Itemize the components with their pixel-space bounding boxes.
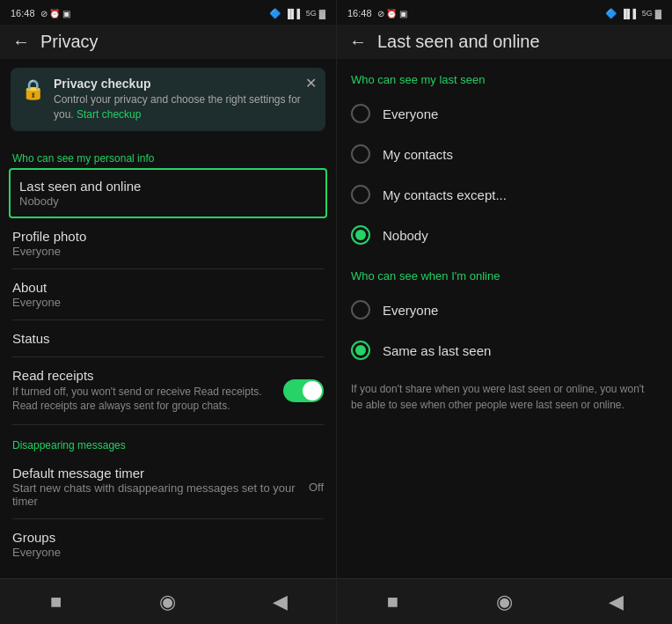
content-area-right: Who can see my last seen Everyone My con… [337,59,672,578]
online-section-header: Who can see when I'm online [337,255,672,290]
radio-circle-same [351,341,370,360]
left-screen: 16:48 ⊘ ⏰ ▣ 🔷 ▐▌▌ 5G ▓ ← Privacy 🔒 Priva… [0,0,336,624]
nav-square-left[interactable]: ■ [42,588,70,616]
banner-content: Privacy checkup Control your privacy and… [54,77,315,122]
default-timer-value: Off [309,481,324,494]
radio-label-everyone-online: Everyone [383,303,438,318]
page-title-right: Last seen and online [377,32,540,52]
groups-title: Groups [12,530,61,545]
about-title: About [12,280,61,295]
back-button-left[interactable]: ← [12,32,30,52]
radio-label-my-contacts: My contacts [383,147,453,162]
radio-everyone-online[interactable]: Everyone [337,290,672,330]
default-timer-desc: Start new chats with disappearing messag… [12,481,309,508]
time-right: 16:48 [347,8,372,18]
groups-subtitle: Everyone [12,546,61,559]
radio-inner-same [355,345,366,356]
read-receipts-item[interactable]: Read receipts If turned off, you won't s… [0,357,336,425]
radio-everyone-last-seen[interactable]: Everyone [337,93,672,134]
status-bar-right: 16:48 ⊘ ⏰ ▣ 🔷 ▐▌▌ 5G ▓ [337,0,672,25]
radio-circle-my-contacts [351,144,370,164]
about-subtitle: Everyone [12,296,61,309]
default-timer-title: Default message timer [12,466,309,481]
default-timer-item[interactable]: Default message timer Start new chats wi… [0,455,336,518]
radio-label-same: Same as last seen [383,343,491,358]
read-receipts-desc: If turned off, you won't send or receive… [12,385,283,415]
right-screen: 16:48 ⊘ ⏰ ▣ 🔷 ▐▌▌ 5G ▓ ← Last seen and o… [336,0,672,624]
back-button-right[interactable]: ← [349,32,367,52]
status-item[interactable]: Status [0,320,336,356]
battery-left: ▓ [319,9,325,18]
last-seen-item[interactable]: Last seen and online Nobody [9,168,327,218]
status-icons-left: ⊘ ⏰ ▣ [40,9,71,18]
radio-circle-everyone-online [351,300,370,319]
page-title-left: Privacy [40,32,99,52]
last-seen-title: Last seen and online [19,179,141,194]
network-right: 5G [642,9,653,18]
toggle-knob [303,381,322,400]
bluetooth-icon-right: 🔷 [605,8,617,19]
banner-desc: Control your privacy and choose the righ… [54,92,315,122]
nav-circle-right[interactable]: ◉ [491,588,519,616]
radio-nobody[interactable]: Nobody [337,215,672,255]
banner-title: Privacy checkup [54,77,315,91]
top-bar-right: ← Last seen and online [337,25,672,59]
signal-bars-left: ▐▌▌ [284,9,303,18]
battery-right: ▓ [655,9,661,18]
read-receipts-title: Read receipts [12,368,283,383]
last-seen-section-header: Who can see my last seen [337,59,672,93]
about-item[interactable]: About Everyone [0,269,336,319]
privacy-banner: 🔒 Privacy checkup Control your privacy a… [11,68,325,131]
status-right-right: 🔷 ▐▌▌ 5G ▓ [605,8,661,19]
read-receipts-toggle[interactable] [283,379,324,402]
network-left: 5G [306,9,317,18]
last-seen-text: Last seen and online Nobody [19,179,141,208]
bluetooth-icon-left: 🔷 [269,8,281,19]
nav-square-right[interactable]: ■ [379,588,407,616]
radio-inner-nobody [355,230,366,240]
nav-triangle-left[interactable]: ◀ [266,588,294,616]
personal-info-section-label: Who can see my personal info [0,140,336,168]
nav-circle-left[interactable]: ◉ [154,588,182,616]
radio-label-everyone: Everyone [383,106,438,121]
groups-item[interactable]: Groups Everyone [0,519,336,569]
profile-photo-title: Profile photo [12,229,86,244]
last-seen-subtitle: Nobody [19,195,141,208]
lock-icon: 🔒 [21,78,45,101]
bottom-nav-left: ■ ◉ ◀ [0,578,336,624]
close-banner-button[interactable]: ✕ [305,75,317,92]
status-title: Status [12,331,50,346]
radio-my-contacts-except[interactable]: My contacts except... [337,174,672,215]
info-text: If you don't share when you were last se… [337,371,672,423]
profile-photo-item[interactable]: Profile photo Everyone [0,218,336,268]
nav-triangle-right[interactable]: ◀ [603,588,631,616]
radio-circle-my-contacts-except [351,185,370,204]
time-left: 16:48 [11,8,35,18]
disappearing-section-label: Disappearing messages [0,425,336,455]
profile-photo-subtitle: Everyone [12,245,86,258]
status-time-right: 16:48 ⊘ ⏰ ▣ [347,8,407,18]
start-checkup-link[interactable]: Start checkup [77,108,141,121]
status-right-left: 🔷 ▐▌▌ 5G ▓ [269,8,325,19]
radio-circle-everyone [351,104,370,123]
signal-bars-right: ▐▌▌ [620,9,639,18]
radio-my-contacts[interactable]: My contacts [337,134,672,174]
status-time-left: 16:48 ⊘ ⏰ ▣ [11,8,70,18]
radio-label-nobody: Nobody [383,228,428,243]
status-icons-right: ⊘ ⏰ ▣ [377,9,408,18]
radio-same-as-last-seen[interactable]: Same as last seen [337,330,672,371]
radio-circle-nobody [351,225,370,245]
radio-label-my-contacts-except: My contacts except... [383,187,507,202]
top-bar-left: ← Privacy [0,25,336,59]
bottom-nav-right: ■ ◉ ◀ [337,578,672,624]
status-bar-left: 16:48 ⊘ ⏰ ▣ 🔷 ▐▌▌ 5G ▓ [0,0,336,25]
